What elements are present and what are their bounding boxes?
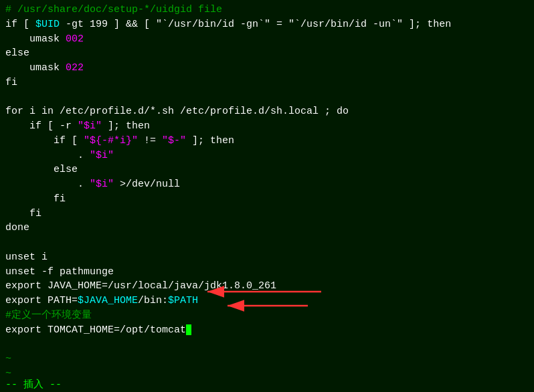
code-token: umask [5,32,66,47]
code-token: . [5,177,90,192]
code-token: umask [5,61,66,76]
code-line: #定义一个环境变量 [5,308,529,323]
code-token: ]; then [102,119,150,134]
code-line: else [5,163,529,177]
code-token: # /usr/share/doc/setup-*/uidgid file [5,3,222,17]
code-token: else [5,163,78,177]
code-token: export TOMCAT_HOME=/opt/tomcat [5,323,186,338]
code-token: -gt 199 ] && [ "`/usr/bin/id -gn`" = "`/… [60,17,427,32]
code-token: $UID [35,17,60,32]
code-line: fi [5,192,529,207]
code-token: . [5,149,90,163]
code-token: $JAVA_HOME [78,294,138,308]
code-token: fi [5,76,17,90]
code-token: then [427,17,451,32]
code-token: #定义一个环境变量 [5,308,92,323]
code-line: export TOMCAT_HOME=/opt/tomcat [5,323,529,338]
code-line: done [5,221,529,235]
code-token: else [5,46,29,61]
code-token: for i in /etc/profile.d/*.sh /etc/profil… [5,104,349,119]
code-token: "$i" [78,119,102,134]
insert-mode-label: -- 插入 -- [5,378,62,391]
code-line [5,235,529,250]
code-token: if [ [5,17,35,32]
code-token: fi [5,207,41,221]
code-line: export JAVA_HOME=/usr/local/java/jdk1.8.… [5,279,529,294]
code-line: ~ [5,352,529,367]
code-token: export PATH= [5,294,78,308]
code-line [5,90,529,105]
code-line: if [ -r "$i" ]; then [5,119,529,134]
code-token: $PATH [168,294,198,308]
code-line: if [ $UID -gt 199 ] && [ "`/usr/bin/id -… [5,17,529,32]
code-line: else [5,46,529,61]
editor: # /usr/share/doc/setup-*/uidgid fileif [… [0,0,534,392]
code-line: . "$i" >/dev/null [5,177,529,192]
code-token: ]; then [186,134,234,149]
code-token: "${-#*i}" [84,134,138,149]
code-line: unset i [5,250,529,265]
code-token: unset i [5,250,48,265]
code-token: /bin: [138,294,168,308]
code-token: != [138,134,162,149]
code-token: "$i" [90,149,114,163]
code-content: # /usr/share/doc/setup-*/uidgid fileif [… [5,3,529,392]
code-line: # /usr/share/doc/setup-*/uidgid file [5,3,529,17]
code-line: umask 022 [5,61,529,76]
code-token: unset -f pathmunge [5,265,114,280]
code-line: umask 002 [5,32,529,47]
code-line: fi [5,207,529,221]
code-token: >/dev/null [114,177,180,192]
code-line: if [ "${-#*i}" != "$-" ]; then [5,134,529,149]
code-line: export PATH=$JAVA_HOME/bin:$PATH [5,294,529,308]
code-line: for i in /etc/profile.d/*.sh /etc/profil… [5,104,529,119]
code-token: "$-" [162,134,186,149]
code-token: 002 [66,32,84,47]
code-token: if [ -r [5,119,78,134]
code-line: . "$i" [5,149,529,163]
text-cursor [186,324,191,335]
code-token: "$i" [90,177,114,192]
code-token: fi [5,192,66,207]
status-bar: -- 插入 -- [0,376,534,392]
code-line [5,337,529,352]
code-token: ~ [5,352,11,367]
code-token: 022 [66,61,84,76]
code-token: if [ [5,134,84,149]
code-line: fi [5,76,529,90]
code-token: export JAVA_HOME=/usr/local/java/jdk1.8.… [5,279,276,294]
code-token: done [5,221,29,235]
code-line: unset -f pathmunge [5,265,529,280]
